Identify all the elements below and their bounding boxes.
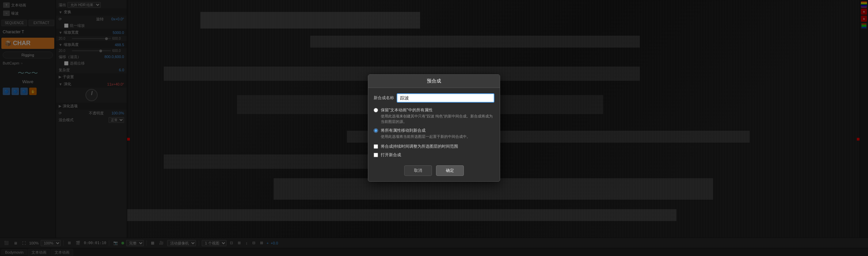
modal-option-2-main: 将所有属性移动到新合成 xyxy=(381,128,494,133)
confirm-button[interactable]: 确定 xyxy=(436,165,464,176)
modal-checkbox-2-row: 打开新合成 xyxy=(374,152,494,158)
modal-title: 预合成 xyxy=(368,75,500,88)
modal-radio-1[interactable] xyxy=(374,108,378,112)
modal-body: 新合成名称 保留"文本动画"中的所有属性 使用此选项来创建其中只有"踪波 纯色"… xyxy=(368,88,500,181)
modal-option-1-main: 保留"文本动画"中的所有属性 xyxy=(381,107,494,113)
modal-overlay: 预合成 新合成名称 保留"文本动画"中的所有属性 使用此选项来创建其中只有"踪波… xyxy=(0,0,868,256)
modal-checkbox-2[interactable] xyxy=(374,153,378,157)
modal-name-label: 新合成名称 xyxy=(374,95,394,101)
modal-radio-group: 保留"文本动画"中的所有属性 使用此选项来创建其中只有"踪波 纯色"的新中间合成… xyxy=(374,107,494,139)
modal-option-1-text: 保留"文本动画"中的所有属性 使用此选项来创建其中只有"踪波 纯色"的新中间合成… xyxy=(381,107,494,124)
modal-checkbox-2-label: 打开新合成 xyxy=(381,152,401,158)
modal-checkbox-1-row: 将合成持续时间调整为所选图层的时间范围 xyxy=(374,144,494,149)
cancel-button[interactable]: 取消 xyxy=(404,165,432,176)
modal-option-2: 将所有属性移动到新合成 使用此选项将当前所选图层一起置于新的中间合成中。 xyxy=(374,128,494,139)
modal-dialog: 预合成 新合成名称 保留"文本动画"中的所有属性 使用此选项来创建其中只有"踪波… xyxy=(368,74,500,181)
modal-name-row: 新合成名称 xyxy=(374,93,494,103)
modal-name-input[interactable] xyxy=(397,93,494,103)
modal-checkbox-1[interactable] xyxy=(374,144,378,149)
modal-option-1-sub: 使用此选项来创建其中只有"踪波 纯色"的新中间合成。新合成将成为当前图层的源。 xyxy=(381,114,494,124)
modal-option-1: 保留"文本动画"中的所有属性 使用此选项来创建其中只有"踪波 纯色"的新中间合成… xyxy=(374,107,494,124)
modal-checkbox-group: 将合成持续时间调整为所选图层的时间范围 打开新合成 xyxy=(374,144,494,158)
modal-radio-2[interactable] xyxy=(374,128,378,133)
modal-buttons: 取消 确定 xyxy=(374,163,494,176)
modal-checkbox-1-label: 将合成持续时间调整为所选图层的时间范围 xyxy=(381,144,458,149)
modal-option-2-sub: 使用此选项将当前所选图层一起置于新的中间合成中。 xyxy=(381,134,494,139)
modal-option-2-text: 将所有属性移动到新合成 使用此选项将当前所选图层一起置于新的中间合成中。 xyxy=(381,128,494,139)
